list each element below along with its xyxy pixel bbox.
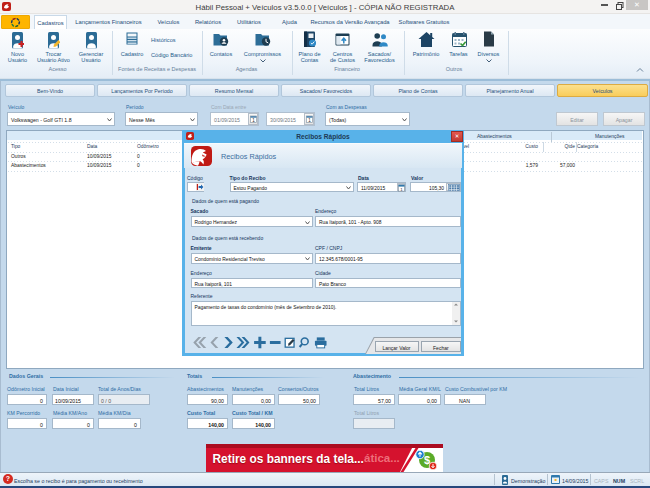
svg-text:1: 1 <box>252 118 255 123</box>
svg-text:1: 1 <box>308 118 311 123</box>
svg-text:$: $ <box>424 454 430 466</box>
